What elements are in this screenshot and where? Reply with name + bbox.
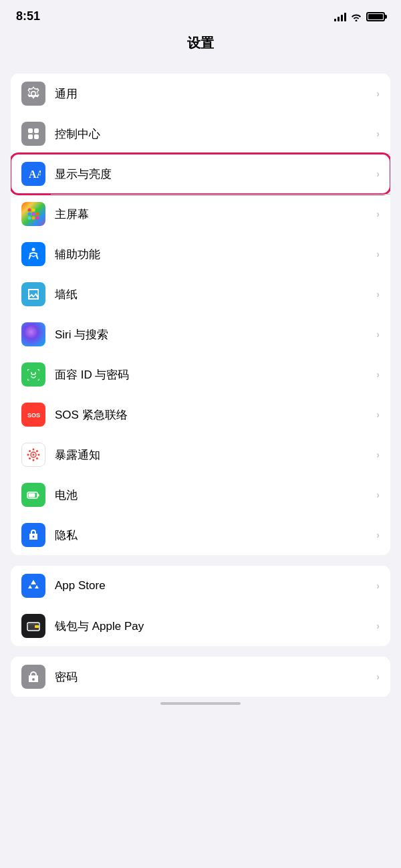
settings-row-general[interactable]: 通用 ›	[11, 74, 390, 114]
svg-point-12	[32, 217, 35, 220]
passwords-chevron: ›	[376, 671, 380, 682]
svg-point-23	[36, 450, 38, 452]
settings-row-battery[interactable]: 电池 ›	[11, 475, 390, 515]
display-icon: AA	[21, 162, 45, 186]
siri-icon	[21, 322, 45, 346]
appstore-chevron: ›	[376, 580, 380, 591]
status-time: 8:51	[16, 9, 40, 23]
settings-row-exposure[interactable]: 暴露通知 ›	[11, 435, 390, 475]
faceid-icon	[21, 362, 45, 387]
accessibility-label: 辅助功能	[55, 247, 371, 262]
general-label: 通用	[55, 86, 371, 102]
svg-point-9	[32, 213, 35, 216]
settings-row-siri[interactable]: Siri 与搜索 ›	[11, 314, 390, 354]
exposure-label: 暴露通知	[55, 447, 371, 463]
svg-point-17	[33, 454, 35, 456]
homescreen-chevron: ›	[376, 209, 380, 219]
wifi-icon	[350, 12, 362, 21]
svg-point-11	[28, 217, 31, 220]
battery-icon	[366, 12, 385, 21]
svg-point-6	[32, 209, 35, 212]
passwords-icon	[21, 665, 45, 689]
svg-rect-2	[28, 134, 33, 139]
sos-chevron: ›	[376, 409, 380, 420]
svg-rect-3	[34, 134, 39, 139]
accessibility-icon	[21, 242, 45, 266]
passwords-label: 密码	[55, 669, 371, 685]
svg-text:AA: AA	[29, 169, 41, 180]
svg-text:SOS: SOS	[27, 412, 40, 419]
battery-label: 电池	[55, 487, 371, 503]
general-icon	[21, 82, 45, 106]
settings-row-wallet[interactable]: 钱包与 Apple Pay ›	[11, 606, 390, 646]
svg-point-25	[36, 457, 38, 459]
privacy-chevron: ›	[376, 530, 380, 540]
appstore-icon	[21, 574, 45, 598]
wallpaper-label: 墙纸	[55, 287, 371, 302]
wallpaper-chevron: ›	[376, 289, 380, 300]
svg-point-5	[28, 209, 31, 212]
svg-point-8	[28, 213, 31, 216]
siri-chevron: ›	[376, 329, 380, 340]
settings-row-display[interactable]: AA 显示与亮度 ›	[11, 154, 390, 194]
homescreen-icon	[21, 202, 45, 226]
svg-point-10	[36, 213, 39, 216]
svg-point-13	[36, 217, 39, 220]
privacy-icon	[21, 523, 45, 547]
wallet-label: 钱包与 Apple Pay	[55, 619, 371, 634]
settings-row-passwords[interactable]: 密码 ›	[11, 657, 390, 697]
svg-point-21	[33, 459, 35, 461]
svg-point-22	[29, 450, 31, 452]
svg-point-14	[32, 248, 35, 251]
svg-point-20	[33, 449, 35, 451]
settings-row-accessibility[interactable]: 辅助功能 ›	[11, 234, 390, 274]
settings-group-2: App Store › 钱包与 Apple Pay ›	[11, 566, 390, 646]
settings-row-wallpaper[interactable]: 墙纸 ›	[11, 274, 390, 314]
home-indicator	[0, 697, 401, 709]
wallet-chevron: ›	[376, 621, 380, 631]
svg-point-18	[27, 454, 29, 456]
settings-row-homescreen[interactable]: 主屏幕 ›	[11, 194, 390, 234]
battery-chevron: ›	[376, 490, 380, 500]
svg-rect-27	[29, 494, 35, 498]
settings-row-sos[interactable]: SOS SOS 紧急联络 ›	[11, 395, 390, 435]
wallpaper-icon	[21, 282, 45, 306]
siri-label: Siri 与搜索	[55, 327, 371, 342]
display-chevron: ›	[376, 169, 380, 179]
svg-point-7	[36, 209, 39, 212]
status-bar: 8:51	[0, 0, 401, 29]
accessibility-chevron: ›	[376, 249, 380, 259]
general-chevron: ›	[376, 88, 380, 99]
signal-icon	[334, 12, 346, 21]
svg-rect-1	[34, 128, 39, 133]
faceid-chevron: ›	[376, 369, 380, 380]
exposure-icon	[21, 443, 45, 467]
exposure-chevron: ›	[376, 449, 380, 460]
appstore-label: App Store	[55, 579, 371, 592]
home-bar	[160, 702, 241, 705]
settings-group-1: 通用 › 控制中心 › AA 显示与亮度 ›	[11, 74, 390, 555]
svg-rect-0	[28, 128, 33, 133]
svg-rect-29	[35, 625, 39, 628]
control-center-chevron: ›	[376, 128, 380, 139]
wallet-icon	[21, 614, 45, 638]
privacy-label: 隐私	[55, 528, 371, 543]
settings-row-privacy[interactable]: 隐私 ›	[11, 515, 390, 555]
faceid-label: 面容 ID 与密码	[55, 367, 371, 383]
display-label: 显示与亮度	[55, 167, 371, 182]
homescreen-label: 主屏幕	[55, 207, 371, 222]
sos-icon: SOS	[21, 403, 45, 427]
control-center-icon	[21, 122, 45, 146]
svg-point-19	[38, 454, 40, 456]
sos-label: SOS 紧急联络	[55, 407, 371, 423]
battery-icon-settings	[21, 483, 45, 507]
control-center-label: 控制中心	[55, 126, 371, 142]
settings-row-faceid[interactable]: 面容 ID 与密码 ›	[11, 354, 390, 395]
svg-point-24	[29, 457, 31, 459]
status-icons	[334, 12, 385, 21]
settings-row-appstore[interactable]: App Store ›	[11, 566, 390, 606]
page-title: 设置	[0, 29, 401, 63]
settings-group-3: 密码 ›	[11, 657, 390, 697]
settings-row-control-center[interactable]: 控制中心 ›	[11, 114, 390, 154]
